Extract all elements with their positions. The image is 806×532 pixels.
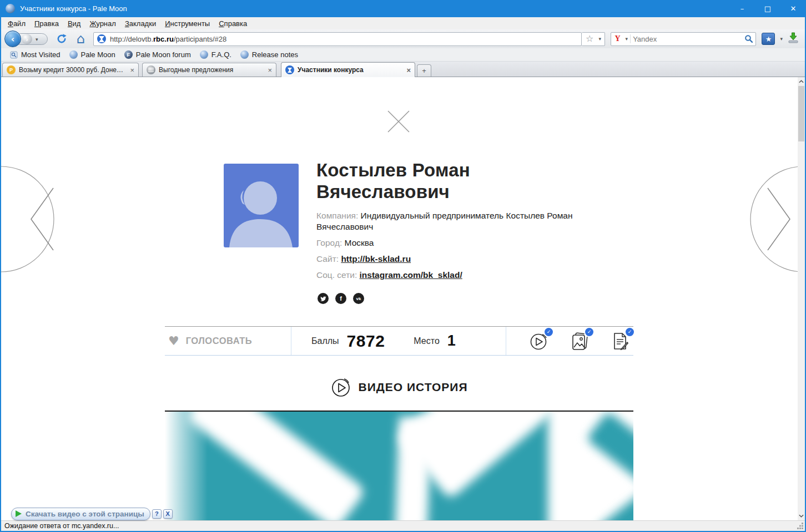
resize-grip[interactable] [797,523,804,529]
url-bar[interactable]: http://delovtb.rbc.ru/participants/#28 [93,32,582,46]
star-icon: ☆ [586,34,593,43]
reload-icon [56,33,67,44]
avatar-silhouette-icon [224,164,299,247]
browser-window: Участники конкурса - Pale Moon – □ ✕ Фай… [0,0,806,532]
navigation-toolbar: › ▾ ‹ ⌂ http://delovtb.rbc.ru/participan… [1,29,805,48]
scroll-down-icon[interactable] [798,512,805,520]
yandex-logo-icon: Y [614,34,620,43]
bookmarks-dropdown-caret: ▾ [780,36,783,42]
tab-credit[interactable]: Р Возьму кредит 30000 руб. Донецк -... × [2,63,139,77]
search-engine-selector[interactable]: Y ▾ [613,34,631,43]
menu-file[interactable]: Файл [3,18,30,29]
forward-button[interactable]: › [22,34,32,44]
bookmarks-menu-button[interactable]: ★ ▾ [762,33,783,45]
close-button[interactable]: ✕ [780,0,806,17]
done-badge: ✓ [585,328,593,336]
home-icon: ⌂ [76,32,84,45]
bookmarks-icon: ★ [762,33,775,45]
menu-edit[interactable]: Правка [30,18,63,29]
window-border [0,0,1,532]
maximize-button[interactable]: □ [755,0,780,17]
video-history-header: ВИДЕО ИСТОРИЯ [165,377,633,398]
bookmark-label: Pale Moon [81,50,115,59]
profile-fields: Компания: Индивидуальный предприниматель… [316,210,577,286]
field-label: Компания: [316,211,358,220]
download-video-button[interactable]: Скачать видео с этой страницы [11,508,150,520]
history-dropdown-caret[interactable]: ▾ [36,37,38,42]
bookmark-star-button[interactable]: ☆ ▾ [582,32,605,46]
site-link[interactable]: http://bk-sklad.ru [341,254,411,264]
field-site: Сайт: http://bk-sklad.ru [316,254,577,265]
vertical-scrollbar[interactable] [798,77,805,520]
tab-title: Участники конкурса [298,66,402,74]
tab-close-icon[interactable]: × [130,66,134,74]
search-icon[interactable] [744,34,753,43]
photos-status-button[interactable]: ✓ [568,330,591,352]
new-tab-button[interactable]: + [417,64,431,77]
score-label: Баллы [311,336,339,346]
downloader-help-button[interactable]: ? [152,509,162,519]
video-downloader-overlay: Скачать видео с этой страницы ? X [11,507,173,520]
tab-offers[interactable]: Выгодные предложения × [142,63,276,77]
tab-close-icon[interactable]: × [268,66,272,74]
carousel-next-button[interactable] [744,160,798,278]
page-favicon-icon [97,34,106,43]
tab-favicon-gray [147,65,155,74]
bookmark-label: Pale Moon forum [136,50,191,59]
search-box: Y ▾ [611,32,756,46]
home-button[interactable]: ⌂ [73,32,88,46]
carousel-prev-button[interactable] [1,160,60,278]
minimize-button[interactable]: – [729,0,755,17]
field-social: Соц. сети: instagram.com/bk_sklad/ [316,270,577,281]
video-history-title: ВИДЕО ИСТОРИЯ [359,381,468,394]
back-button[interactable]: ‹ [4,31,21,47]
bookmark-pale-moon[interactable]: Pale Moon [65,50,120,59]
bookmark-release-notes[interactable]: Release notes [236,50,303,59]
globe-icon [200,50,208,59]
bookmark-most-visited[interactable]: Most Visited [6,50,65,59]
bookmark-label: F.A.Q. [211,50,231,59]
menu-bookmarks[interactable]: Закладки [120,18,160,29]
tab-favicon-ruble: Р [7,65,16,74]
window-title: Участники конкурса - Pale Moon [20,4,127,13]
score-block: Баллы 7872 Место 1 [291,332,506,351]
vk-icon[interactable]: vk [353,293,364,304]
field-label: Город: [316,238,342,247]
url-prefix: http://delovtb. [110,35,153,43]
video-preview[interactable] [165,411,633,520]
facebook-icon[interactable]: f [335,293,346,304]
vote-panel: ♥ ГОЛОСОВАТЬ Баллы 7872 Место 1 ✓ [165,326,633,356]
reload-button[interactable] [54,32,69,46]
application-status-button[interactable]: ✓ [609,330,631,352]
url-domain: rbc.ru [153,35,174,43]
vote-button[interactable]: ♥ ГОЛОСОВАТЬ [165,335,291,347]
search-input[interactable] [631,35,744,43]
most-visited-icon [10,51,18,59]
star-dropdown-caret: ▾ [598,36,601,42]
scrollbar-thumb[interactable] [798,86,804,141]
field-company: Компания: Индивидуальный предприниматель… [316,210,577,232]
globe-icon [69,50,78,59]
tab-participants-active[interactable]: Участники конкурса × [281,62,415,77]
menu-history[interactable]: Журнал [85,18,120,29]
twitter-icon[interactable] [318,293,329,304]
bookmark-faq[interactable]: F.A.Q. [195,50,236,59]
status-text: Ожидание ответа от mc.yandex.ru... [4,522,119,530]
video-status-button[interactable]: ✓ [528,330,550,352]
tab-favicon-hourglass [285,65,294,74]
menu-tools[interactable]: Инструменты [160,18,214,29]
social-link[interactable]: instagram.com/bk_sklad/ [360,270,462,280]
modal-close-icon[interactable] [386,109,411,134]
globe-icon [240,50,249,59]
scroll-up-icon[interactable] [798,78,805,85]
participant-name: Костылев Роман Вячеславович [316,159,566,202]
downloader-close-button[interactable]: X [163,509,173,519]
place-label: Место [414,336,439,346]
menu-view[interactable]: Вид [63,18,85,29]
done-badge: ✓ [545,328,553,336]
bookmark-pale-moon-forum[interactable]: F Pale Moon forum [120,50,195,59]
tab-close-icon[interactable]: × [406,66,411,74]
downloads-button[interactable] [787,32,799,46]
menu-help[interactable]: Справка [214,18,251,29]
done-badge: ✓ [626,328,634,336]
